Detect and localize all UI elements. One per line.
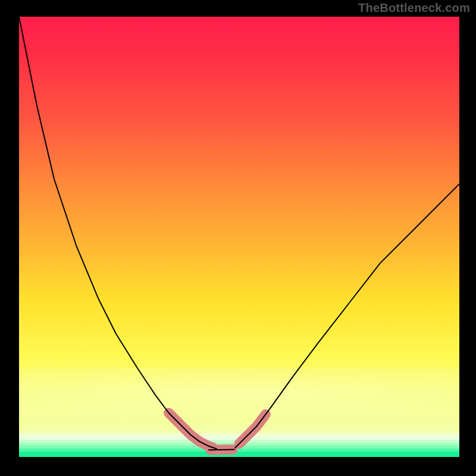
curve-layer [19, 17, 459, 457]
chart-frame: TheBottleneck.com [0, 0, 476, 476]
curve-left-curve [19, 17, 217, 449]
curve-right-curve [235, 184, 459, 448]
curve-bottom-segment [208, 449, 234, 450]
highlight-left-curve [169, 413, 213, 447]
line-group [19, 17, 459, 450]
watermark-text: TheBottleneck.com [358, 1, 470, 15]
plot-area [19, 17, 459, 457]
